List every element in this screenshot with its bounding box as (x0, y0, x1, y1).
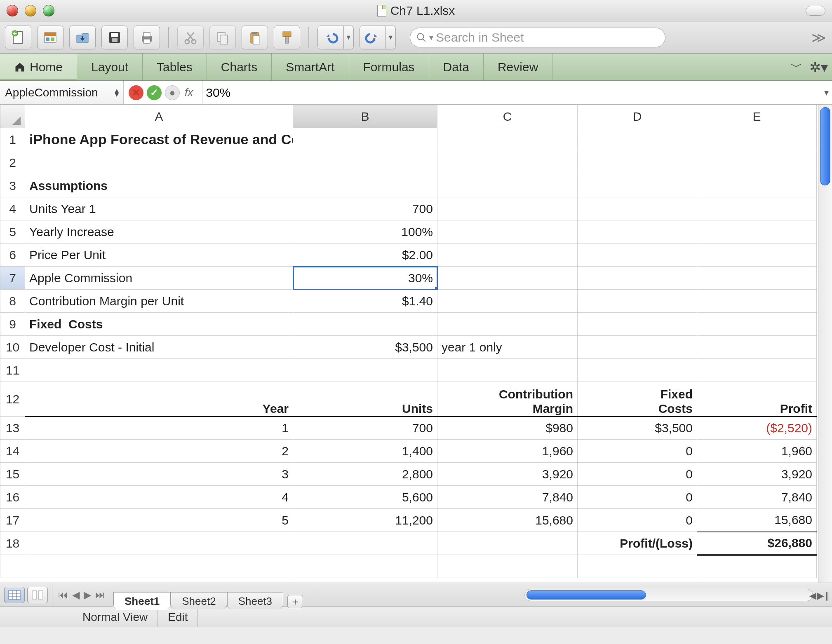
cell-D11[interactable] (578, 359, 697, 382)
row-header[interactable]: 3 (0, 174, 25, 197)
select-all-corner[interactable] (0, 105, 25, 128)
col-header-B[interactable]: B (293, 105, 437, 128)
cell-E13[interactable]: ($2,520) (697, 417, 817, 440)
cell-E16[interactable]: 7,840 (697, 486, 817, 509)
toolbar-toggle-button[interactable] (806, 6, 825, 16)
ribbon-tab-charts[interactable]: Charts (207, 54, 272, 80)
save-button[interactable] (101, 26, 128, 49)
cell-C3[interactable] (437, 174, 578, 197)
hscroll-left[interactable]: ◀ (809, 590, 816, 601)
cell-A18[interactable] (25, 532, 293, 555)
row-header[interactable]: 9 (0, 313, 25, 336)
cell-B11[interactable] (293, 359, 437, 382)
name-box[interactable]: AppleCommission ▲▼ (0, 81, 124, 104)
cell-B18[interactable] (293, 532, 437, 555)
horizontal-scrollbar[interactable] (524, 589, 813, 601)
row-header[interactable]: 11 (0, 359, 25, 382)
cell-A11[interactable] (25, 359, 293, 382)
ribbon-settings-button[interactable]: ✲▾ (809, 59, 828, 75)
confirm-edit-button[interactable]: ✓ (147, 85, 162, 100)
cell-C17[interactable]: 15,680 (437, 509, 578, 532)
ribbon-tab-formulas[interactable]: Formulas (349, 54, 429, 80)
cell-C2[interactable] (437, 151, 578, 174)
print-button[interactable] (134, 26, 160, 49)
cell-C9[interactable] (437, 313, 578, 336)
cell-D14[interactable]: 0 (578, 440, 697, 463)
cell-A12[interactable]: Year (25, 382, 293, 417)
row-header[interactable] (0, 555, 25, 578)
cell-E4[interactable] (697, 197, 817, 220)
cell-E17[interactable]: 15,680 (697, 509, 817, 532)
cell-D6[interactable] (578, 244, 697, 267)
sheet-tab-1[interactable]: Sheet1 (113, 592, 171, 609)
cell-A17[interactable]: 5 (25, 509, 293, 532)
cell-B7[interactable]: 30% (293, 267, 437, 290)
cell-A6[interactable]: Price Per Unit (25, 244, 293, 267)
ribbon-tab-layout[interactable]: Layout (77, 54, 143, 80)
sheet-tab-3[interactable]: Sheet3 (227, 592, 283, 609)
ribbon-tab-review[interactable]: Review (484, 54, 552, 80)
redo-dropdown[interactable]: ▼ (386, 26, 396, 49)
copy-button[interactable] (209, 26, 236, 49)
cell-C11[interactable] (437, 359, 578, 382)
vertical-scrollbar[interactable] (818, 105, 832, 583)
cut-button[interactable] (177, 26, 204, 49)
cell-C4[interactable] (437, 197, 578, 220)
cell-D15[interactable]: 0 (578, 463, 697, 486)
cell-A10[interactable]: Developer Cost - Initial (25, 336, 293, 359)
row-header[interactable]: 2 (0, 151, 25, 174)
hscroll-right[interactable]: ▶ (817, 590, 824, 601)
row-header[interactable]: 10 (0, 336, 25, 359)
row-header[interactable]: 16 (0, 486, 25, 509)
row-header[interactable]: 15 (0, 463, 25, 486)
cell-E8[interactable] (697, 290, 817, 313)
col-header-E[interactable]: E (697, 105, 817, 128)
row-header[interactable]: 12 (0, 382, 25, 417)
formula-bar-expand[interactable]: ▾ (824, 87, 829, 98)
ribbon-tab-home[interactable]: Home (0, 54, 77, 80)
cell-D2[interactable] (578, 151, 697, 174)
cell-A3[interactable]: Assumptions (25, 174, 293, 197)
sheet-nav-next[interactable]: ▶ (82, 588, 93, 602)
cell-B8[interactable]: $1.40 (293, 290, 437, 313)
cell-A2[interactable] (25, 151, 293, 174)
cell-D12[interactable]: FixedCosts (578, 382, 697, 417)
cell[interactable] (437, 555, 578, 578)
cell-E14[interactable]: 1,960 (697, 440, 817, 463)
worksheet-grid[interactable]: A B C D E 1 iPhone App Forecast of Reven… (0, 105, 832, 583)
sheet-nav-first[interactable]: ⏮ (56, 588, 70, 602)
row-header[interactable]: 13 (0, 417, 25, 440)
cell-A13[interactable]: 1 (25, 417, 293, 440)
cell-C1[interactable] (437, 128, 578, 151)
cell-E18[interactable]: $26,880 (697, 532, 817, 555)
insert-function-button[interactable]: ● (165, 85, 180, 100)
format-painter-button[interactable] (274, 26, 300, 49)
cell-B14[interactable]: 1,400 (293, 440, 437, 463)
cell-C5[interactable] (437, 220, 578, 244)
cell-A16[interactable]: 4 (25, 486, 293, 509)
cell-E1[interactable] (697, 128, 817, 151)
search-dropdown-icon[interactable]: ▾ (429, 33, 433, 42)
undo-dropdown[interactable]: ▼ (344, 26, 354, 49)
cell-C13[interactable]: $980 (437, 417, 578, 440)
cell-D10[interactable] (578, 336, 697, 359)
cell[interactable] (578, 555, 697, 578)
ribbon-tab-data[interactable]: Data (429, 54, 484, 80)
cell-C15[interactable]: 3,920 (437, 463, 578, 486)
cell-C10[interactable]: year 1 only (437, 336, 578, 359)
vertical-scroll-thumb[interactable] (820, 107, 830, 185)
cell-B2[interactable] (293, 151, 437, 174)
cell-B3[interactable] (293, 174, 437, 197)
page-layout-view-button[interactable] (27, 587, 48, 603)
redo-button[interactable] (360, 26, 386, 49)
cell-E2[interactable] (697, 151, 817, 174)
cell-C8[interactable] (437, 290, 578, 313)
cell-B12[interactable]: Units (293, 382, 437, 417)
row-header[interactable]: 17 (0, 509, 25, 532)
cell-C6[interactable] (437, 244, 578, 267)
row-header[interactable]: 6 (0, 244, 25, 267)
cell-C12[interactable]: ContributionMargin (437, 382, 578, 417)
sheet-nav-last[interactable]: ⏭ (94, 588, 107, 602)
cell-C14[interactable]: 1,960 (437, 440, 578, 463)
close-window-button[interactable] (7, 5, 18, 16)
